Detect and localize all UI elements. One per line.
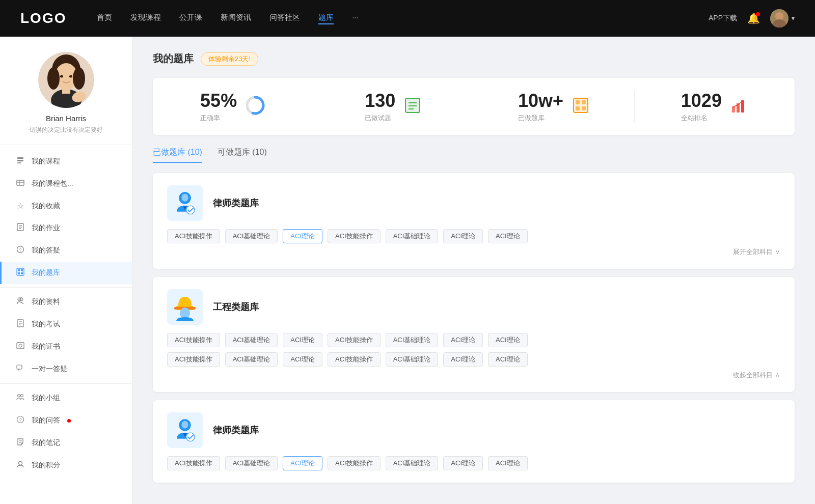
sidebar-item-my-course-package[interactable]: 我的课程包... [0, 173, 132, 195]
tag-item[interactable]: ACI理论 [488, 333, 528, 347]
navbar-logo: LOGO [20, 10, 66, 26]
sidebar-item-my-group[interactable]: 我的小组 [0, 387, 132, 409]
notification-badge [756, 12, 760, 16]
nav-more[interactable]: ··· [352, 13, 359, 24]
svg-rect-15 [17, 162, 21, 163]
tab-available-banks[interactable]: 可做题库 (10) [218, 147, 267, 163]
quiz-icon [15, 268, 25, 278]
svg-rect-26 [18, 269, 20, 271]
nav-open-course[interactable]: 公开课 [179, 13, 202, 24]
tag-item[interactable]: ACI技能操作 [328, 229, 381, 243]
sidebar-item-my-exam[interactable]: 我的考试 [0, 313, 132, 335]
sidebar-menu: 我的课程 我的课程包... ☆ 我的收藏 我的作业 [0, 145, 132, 482]
tag-item[interactable]: ACI基础理论 [386, 229, 439, 243]
collapse-link-2[interactable]: 收起全部科目 ∧ [167, 371, 780, 380]
nav-home[interactable]: 首页 [97, 13, 112, 24]
sidebar-label-my-collections: 我的收藏 [32, 202, 60, 211]
tag-item[interactable]: ACI技能操作 [328, 352, 381, 367]
sidebar-item-my-qa[interactable]: ? 我的答疑 [0, 239, 132, 262]
bank-card-lawyer-1: 律师类题库 ACI技能操作 ACI基础理论 ACI理论 ACI技能操作 ACI基… [153, 173, 795, 269]
tag-item[interactable]: ACI理论 [443, 352, 483, 367]
user-avatar-menu[interactable]: ▾ [770, 9, 795, 27]
bank-card-2-header: 工程类题库 [167, 289, 780, 325]
tag-item[interactable]: ACI技能操作 [167, 229, 220, 243]
sidebar-item-my-cert[interactable]: 我的证书 [0, 335, 132, 358]
tag-item[interactable]: ACI技能操作 [328, 456, 381, 470]
svg-rect-29 [21, 272, 23, 274]
tag-item[interactable]: ACI技能操作 [328, 333, 381, 347]
sidebar-item-my-notes[interactable]: 我的笔记 [0, 432, 132, 454]
app-download-link[interactable]: APP下载 [709, 14, 737, 23]
tag-item[interactable]: ACI理论 [283, 333, 322, 347]
tag-item-highlighted[interactable]: ACI理论 [283, 456, 322, 470]
questions-badge [67, 419, 71, 423]
nav-discover[interactable]: 发现课程 [130, 13, 161, 24]
chevron-down-icon: ▾ [792, 15, 795, 22]
tag-item[interactable]: ACI技能操作 [167, 456, 220, 470]
tag-item[interactable]: ACI基础理论 [386, 352, 439, 367]
tag-item[interactable]: ACI技能操作 [167, 333, 220, 347]
bank-card-3-name: 律师类题库 [213, 424, 259, 436]
tab-done-banks[interactable]: 已做题库 (10) [153, 147, 202, 163]
svg-rect-14 [17, 160, 23, 161]
svg-point-64 [181, 194, 188, 202]
tag-item-highlighted[interactable]: ACI理论 [283, 229, 322, 243]
sidebar-item-my-course[interactable]: 我的课程 [0, 150, 132, 173]
sidebar-item-my-materials[interactable]: 我的资料 [0, 291, 132, 313]
tag-item[interactable]: ACI理论 [443, 229, 483, 243]
nav-quiz[interactable]: 题库 [318, 13, 334, 24]
tag-item[interactable]: ACI理论 [283, 352, 322, 367]
sidebar: Brian Harris 错误的决定比没有决定要好 我的课程 我的课程包... … [0, 37, 132, 504]
stat-site-rank-number: 1029 [681, 90, 722, 111]
sidebar-item-one-on-one[interactable]: 一对一答疑 [0, 358, 132, 380]
tag-item[interactable]: ACI理论 [488, 352, 528, 367]
svg-rect-27 [21, 269, 23, 271]
star-icon: ☆ [15, 201, 25, 211]
stat-site-rank-label: 全站排名 [681, 114, 722, 123]
qa-icon: ? [15, 245, 25, 256]
tag-item[interactable]: ACI技能操作 [167, 352, 220, 367]
bank-card-3-tags: ACI技能操作 ACI基础理论 ACI理论 ACI技能操作 ACI基础理论 AC… [167, 456, 780, 470]
navbar-right: APP下载 🔔 ▾ [709, 9, 795, 27]
sidebar-item-my-questions[interactable]: ? 我的问答 [0, 409, 132, 432]
tag-item[interactable]: ACI理论 [443, 333, 483, 347]
tag-item[interactable]: ACI基础理论 [225, 352, 278, 367]
stats-row: 55% 正确率 130 已做试题 [153, 78, 795, 135]
tag-item[interactable]: ACI基础理论 [225, 333, 278, 347]
tag-item[interactable]: ACI基础理论 [386, 333, 439, 347]
tag-item[interactable]: ACI基础理论 [386, 456, 439, 470]
tag-item[interactable]: ACI理论 [443, 456, 483, 470]
svg-point-1 [775, 12, 783, 20]
sidebar-label-my-questions: 我的问答 [32, 416, 60, 425]
tag-item[interactable]: ACI基础理论 [225, 456, 278, 470]
tag-item[interactable]: ACI理论 [488, 456, 528, 470]
sidebar-label-my-homework: 我的作业 [32, 223, 60, 233]
sidebar-item-my-collections[interactable]: ☆ 我的收藏 [0, 195, 132, 217]
tag-item[interactable]: ACI基础理论 [225, 229, 278, 243]
page-title: 我的题库 [153, 52, 194, 66]
cert-icon [15, 342, 25, 352]
main-content: 我的题库 体验剩余23天! 55% 正确率 [132, 37, 815, 504]
course-icon [15, 156, 25, 166]
course-package-icon [15, 179, 25, 189]
bank-card-1-header: 律师类题库 [167, 185, 780, 221]
sidebar-label-my-course: 我的课程 [32, 157, 60, 166]
expand-link-1[interactable]: 展开全部科目 ∨ [167, 247, 780, 257]
avatar [770, 9, 789, 27]
sidebar-item-my-quiz[interactable]: 我的题库 [0, 262, 132, 284]
sidebar-item-my-points[interactable]: 我的积分 [0, 454, 132, 477]
nav-news[interactable]: 新闻资讯 [221, 13, 251, 24]
bank-card-lawyer-2: 律师类题库 ACI技能操作 ACI基础理论 ACI理论 ACI技能操作 ACI基… [153, 400, 795, 483]
tag-item[interactable]: ACI理论 [488, 229, 528, 243]
points-icon [15, 460, 25, 470]
bank-card-engineer: 工程类题库 ACI技能操作 ACI基础理论 ACI理论 ACI技能操作 ACI基… [153, 277, 795, 392]
sidebar-divider-1 [0, 287, 132, 288]
nav-qa[interactable]: 问答社区 [269, 13, 300, 24]
svg-point-11 [69, 75, 72, 78]
tabs-row: 已做题库 (10) 可做题库 (10) [153, 147, 795, 163]
stat-site-rank: 1029 全站排名 [635, 90, 795, 123]
navbar-nav: 首页 发现课程 公开课 新闻资讯 问答社区 题库 ··· [97, 13, 709, 24]
notification-bell[interactable]: 🔔 [747, 12, 760, 24]
sidebar-item-my-homework[interactable]: 我的作业 [0, 217, 132, 239]
svg-rect-16 [17, 180, 24, 185]
